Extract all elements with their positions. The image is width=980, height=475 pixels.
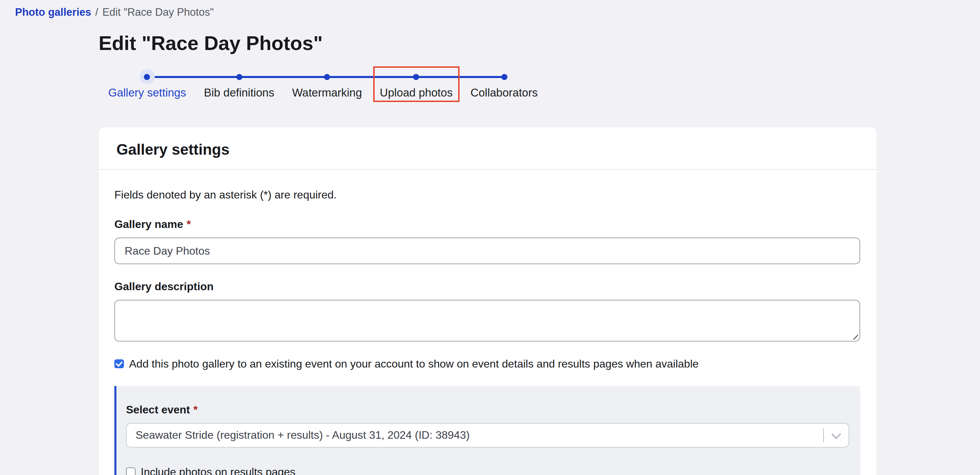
breadcrumb-separator: / — [95, 6, 98, 18]
breadcrumb-link-photo-galleries[interactable]: Photo galleries — [15, 6, 91, 18]
step-bib-definitions[interactable]: Bib definitions — [204, 69, 274, 99]
gallery-settings-card: Gallery settings Fields denoted by an as… — [99, 127, 877, 475]
select-event-dropdown[interactable]: Seawater Stride (registration + results)… — [126, 423, 849, 448]
select-event-label: Select event* — [126, 404, 849, 416]
step-label: Gallery settings — [108, 86, 186, 99]
include-photos-checkbox[interactable] — [126, 467, 135, 475]
required-asterisk: * — [194, 404, 197, 415]
required-asterisk: * — [187, 218, 191, 230]
page-title: Edit "Race Day Photos" — [99, 32, 980, 55]
step-dot-area — [409, 69, 423, 84]
breadcrumb: Photo galleries/Edit "Race Day Photos" — [0, 0, 980, 19]
include-photos-row: Include photos on results pages — [126, 465, 849, 475]
step-label: Bib definitions — [204, 86, 274, 99]
step-dot-icon — [324, 73, 330, 80]
add-to-event-row: Add this photo gallery to an existing ev… — [115, 357, 860, 371]
card-header: Gallery settings — [99, 127, 877, 170]
step-watermarking[interactable]: Watermarking — [292, 69, 362, 99]
add-to-event-label: Add this photo gallery to an existing ev… — [129, 357, 698, 371]
step-dot-halo — [140, 69, 155, 84]
step-dot-area — [231, 69, 247, 84]
step-upload-photos[interactable]: Upload photos — [380, 69, 453, 99]
select-event-value: Seawater Stride (registration + results)… — [135, 429, 470, 442]
gallery-name-label: Gallery name* — [115, 218, 860, 231]
chevron-down-icon[interactable] — [824, 432, 848, 439]
gallery-name-value: Race Day Photos — [125, 245, 210, 257]
add-to-event-checkbox[interactable] — [115, 359, 124, 368]
step-dot-icon — [413, 73, 419, 80]
step-gallery-settings[interactable]: Gallery settings — [108, 69, 186, 99]
breadcrumb-current: Edit "Race Day Photos" — [102, 6, 214, 18]
step-label: Collaborators — [471, 86, 538, 99]
step-collaborators[interactable]: Collaborators — [471, 69, 538, 99]
card-body: Fields denoted by an asterisk (*) are re… — [99, 170, 877, 475]
step-label: Watermarking — [292, 86, 362, 99]
step-dot-area — [496, 69, 512, 84]
step-label: Upload photos — [380, 86, 453, 99]
card-title: Gallery settings — [116, 141, 859, 159]
required-fields-note: Fields denoted by an asterisk (*) are re… — [115, 189, 860, 201]
select-event-panel: Select event* Seawater Stride (registrat… — [115, 386, 860, 475]
resize-handle-icon[interactable] — [851, 332, 858, 340]
step-dot-area — [320, 69, 334, 84]
step-dot-icon — [501, 73, 507, 80]
gallery-description-textarea[interactable] — [115, 300, 860, 342]
gallery-name-input[interactable]: Race Day Photos — [115, 237, 860, 264]
include-photos-label: Include photos on results pages — [141, 465, 296, 475]
page: Photo galleries/Edit "Race Day Photos" E… — [0, 0, 980, 475]
gallery-description-label: Gallery description — [115, 281, 860, 293]
step-dot-icon — [144, 73, 150, 80]
step-dot-icon — [236, 73, 242, 80]
wizard-stepper: Gallery settings Bib definitions Waterma… — [108, 69, 538, 99]
